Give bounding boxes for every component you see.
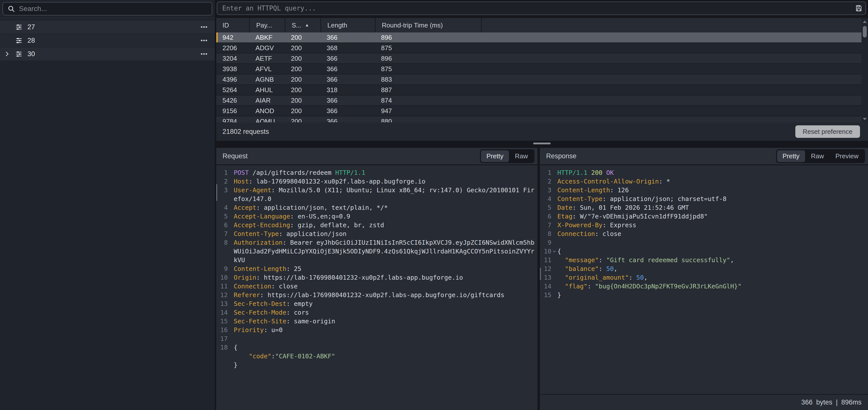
code-line: 14 Sec-Fetch-Mode: cors [216, 308, 537, 317]
table-cell: 9784 [216, 118, 249, 123]
sliders-icon [16, 24, 22, 30]
response-panel-title: Response [546, 152, 577, 160]
table-row[interactable]: 942ABKF200366896 [216, 32, 862, 43]
code-text: Etag: W/"7e-vDEhmijaPu5Icvn1dfF91ddjpd8" [557, 212, 868, 221]
request-scrollbar-thumb[interactable] [216, 184, 217, 201]
line-number: 16 [216, 325, 228, 334]
scrollbar-thumb[interactable] [863, 26, 867, 37]
table-cell: 366 [320, 118, 375, 123]
table-cell: AFVL [249, 65, 285, 73]
detail-panels: Request PrettyRaw 1 POST /api/giftcards/… [216, 148, 868, 410]
code-text: Connection: close [557, 229, 868, 238]
tab-raw[interactable]: Raw [806, 150, 830, 162]
table-cell: 9156 [216, 107, 249, 115]
table-cell: 887 [375, 86, 481, 94]
code-text: Priority: u=0 [234, 325, 537, 334]
httpql-query-input[interactable] [217, 1, 866, 15]
table-cell: ANOD [249, 107, 285, 115]
table-row[interactable]: 3204AETF200366896 [216, 54, 862, 64]
search-input[interactable] [19, 5, 207, 13]
response-code-view: 1 HTTP/1.1 200 OK 2 Access-Control-Allow… [540, 165, 868, 394]
fold-spacer [228, 308, 234, 317]
code-text: Origin: https://lab-1769980401232-xu0p2f… [234, 273, 537, 282]
table-row[interactable]: 9784AOMU200366880 [216, 116, 862, 122]
tab-pretty[interactable]: Pretty [777, 150, 805, 162]
sidebar-item-label: 30 [28, 50, 35, 58]
line-number: 2 [216, 177, 228, 186]
expand-toggle[interactable] [2, 51, 12, 57]
item-menu-button[interactable] [200, 37, 208, 44]
code-text: Sec-Fetch-Dest: empty [234, 299, 537, 308]
code-line: 12 Referer: https://lab-1769980401232-xu… [216, 291, 537, 299]
table-cell: 366 [320, 34, 375, 41]
response-scrollbar-thumb[interactable] [540, 268, 541, 280]
code-text: Accept-Encoding: gzip, deflate, br, zstd [234, 221, 537, 229]
column-header-1[interactable]: Pay... [249, 18, 285, 32]
resize-handle[interactable] [533, 143, 551, 144]
item-menu-button[interactable] [200, 23, 208, 31]
table-cell: 5426 [216, 97, 249, 104]
save-query-button[interactable] [855, 4, 863, 12]
fold-spacer [551, 212, 557, 221]
scroll-up-icon[interactable] [863, 21, 867, 23]
table-row[interactable]: 5264AHUL200318887 [216, 85, 862, 95]
fold-spacer [228, 282, 234, 291]
reset-preference-button[interactable]: Reset preference [795, 125, 860, 138]
column-header-4[interactable]: Round-trip Time (ms) [375, 18, 481, 32]
request-panel: Request PrettyRaw 1 POST /api/giftcards/… [216, 148, 537, 410]
table-cell: 200 [285, 65, 320, 73]
sidebar-item-27[interactable]: 27 [0, 21, 215, 33]
code-text: Accept-Language: en-US,en;q=0.9 [234, 212, 537, 221]
table-row[interactable]: 9156ANOD200366947 [216, 106, 862, 116]
column-header-0[interactable]: ID [216, 18, 249, 32]
code-line: 5 Accept-Language: en-US,en;q=0.9 [216, 212, 537, 221]
table-row[interactable]: 2206ADGV200368875 [216, 43, 862, 54]
table-row[interactable]: 4396AGNB200366883 [216, 74, 862, 85]
sidebar-item-28[interactable]: 28 [0, 34, 215, 47]
sidebar-search-box[interactable] [2, 2, 212, 15]
table-cell: 874 [375, 97, 481, 104]
line-number: 12 [540, 264, 551, 273]
table-cell: 200 [285, 55, 320, 62]
response-panel-header: Response PrettyRawPreview [540, 148, 868, 165]
code-line: 9 [540, 238, 868, 247]
table-row[interactable]: 3938AFVL200366875 [216, 64, 862, 74]
table-cell: 200 [285, 118, 320, 123]
fold-spacer [551, 203, 557, 212]
code-line: 9 Content-Length: 25 [216, 264, 537, 273]
column-header-2[interactable]: S...▲ [285, 18, 320, 32]
tab-pretty[interactable]: Pretty [481, 150, 509, 162]
line-number: 3 [216, 186, 228, 203]
code-line: 11 "message": "Gift card redeemed succes… [540, 256, 868, 264]
code-line: 10 Origin: https://lab-1769980401232-xu0… [216, 273, 537, 282]
fold-chevron-icon [552, 249, 556, 253]
panels-vertical-gap [537, 148, 540, 410]
tab-preview[interactable]: Preview [830, 150, 864, 162]
code-line: 13 Sec-Fetch-Dest: empty [216, 299, 537, 308]
table-scrollbar[interactable] [862, 18, 868, 122]
line-number: 9 [540, 238, 551, 247]
line-number: 11 [216, 282, 228, 291]
fold-spacer [551, 291, 557, 299]
table-row[interactable]: 5426AIAR200366874 [216, 95, 862, 106]
sidebar-item-30[interactable]: 30 [0, 48, 215, 60]
line-number: 7 [216, 229, 228, 238]
code-text: Accept: application/json, text/plain, */… [234, 203, 537, 212]
table-cell: 200 [285, 107, 320, 115]
column-header-3[interactable]: Length [320, 18, 375, 32]
line-number: 8 [216, 238, 228, 264]
request-view-tabs: PrettyRaw [480, 149, 534, 163]
item-menu-button[interactable] [200, 50, 208, 58]
request-panel-header: Request PrettyRaw [216, 148, 537, 165]
fold-chevron[interactable] [551, 247, 557, 256]
sliders-icon-wrap [14, 37, 23, 44]
tab-raw[interactable]: Raw [509, 150, 533, 162]
table-cell: 366 [320, 55, 375, 62]
sidebar-items: 27 28 30 [0, 21, 215, 61]
response-size-time: 366 bytes | 896ms [801, 399, 862, 406]
fold-spacer [228, 317, 234, 325]
code-line: 2 Access-Control-Allow-Origin: * [540, 177, 868, 186]
sliders-icon [16, 51, 22, 57]
line-number: 4 [540, 194, 551, 203]
scroll-down-icon[interactable] [863, 118, 867, 120]
